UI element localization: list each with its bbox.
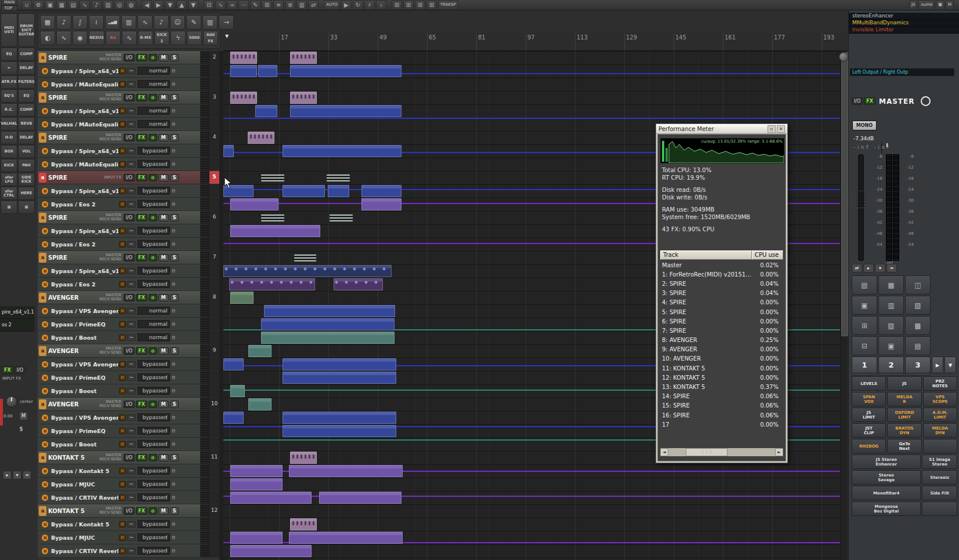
left-button-5b[interactable]: COMP xyxy=(18,103,35,117)
perf-table-row[interactable]: Master0.02% xyxy=(660,260,783,270)
fx-automation-button[interactable]: ~ xyxy=(127,308,136,314)
fx-row-36[interactable]: uBypass / Kontakt 5⊙~bypassed⚙ xyxy=(38,518,219,531)
fx-enable-button[interactable]: ⊙ xyxy=(149,401,157,408)
fx-power-icon[interactable]: u xyxy=(42,468,48,474)
fx-power-icon[interactable]: u xyxy=(42,441,48,448)
plugin-button-5-2[interactable]: GoTo Next xyxy=(887,439,921,453)
fx-automation-button[interactable]: ~ xyxy=(127,81,136,88)
zoom-icon[interactable]: ◍ xyxy=(126,0,136,10)
fx-row-17[interactable]: uBypass / Spire_x64_v1.1.5⊙~bypassed⚙ xyxy=(38,264,219,278)
media-item-18[interactable] xyxy=(361,185,401,197)
fx-automation-button[interactable]: ~ xyxy=(127,321,136,328)
mute-button[interactable]: M xyxy=(158,401,169,408)
fx-enable-button[interactable]: ⊙ xyxy=(149,294,157,301)
master-fx-item-2[interactable]: MMultiBandDynamics xyxy=(849,20,959,27)
media-item-1[interactable] xyxy=(230,52,257,64)
media-item-34[interactable] xyxy=(283,358,396,370)
perf-table-row[interactable]: 16: SPIRE0.06% xyxy=(660,410,783,420)
media-item-5[interactable] xyxy=(290,65,401,77)
media-item-48[interactable] xyxy=(230,532,283,544)
fx-settings-icon[interactable]: ⚙ xyxy=(172,68,176,74)
left-button-3b[interactable]: FILTERS xyxy=(18,75,35,89)
media-item-46[interactable] xyxy=(319,492,401,504)
media-item-40[interactable] xyxy=(283,425,396,437)
media-item-38[interactable] xyxy=(223,412,244,424)
fx-settings-icon[interactable]: ⚙ xyxy=(172,522,176,527)
left-button-7b[interactable]: DELAY xyxy=(18,131,35,144)
note-button[interactable]: ♪ xyxy=(56,15,71,30)
fx-row-22[interactable]: uBypass / Boost⊙~normal⚙ xyxy=(38,331,219,344)
dock-chip-3[interactable]: ≡ xyxy=(23,471,31,479)
fx-automation-button[interactable]: ~ xyxy=(127,521,136,528)
master-routing[interactable]: Left Output / Right Outp xyxy=(850,68,954,76)
fx-settings-icon[interactable]: ⚙ xyxy=(172,308,176,314)
record-arm-icon[interactable]: a xyxy=(39,133,46,143)
fx-enable-button[interactable]: ⊙ xyxy=(149,214,157,221)
items-icon[interactable]: ▤ xyxy=(68,0,78,10)
fx-row-26[interactable]: uBypass / Boost⊙~bypassed⚙ xyxy=(38,384,219,398)
fx-power-icon[interactable]: u xyxy=(42,228,48,234)
vocalist-button[interactable]: ☺ xyxy=(170,15,185,30)
track-header-23[interactable]: aAVENGERMASTER RECV·SENDI/OFX⊙MS9 xyxy=(38,344,219,358)
left-button-1b[interactable]: COMP xyxy=(18,48,35,61)
mute-button[interactable]: M xyxy=(158,254,169,261)
record-arm-icon[interactable]: a xyxy=(39,453,46,463)
left-button-8a[interactable]: BOX xyxy=(1,145,17,158)
fx-power-icon[interactable]: u xyxy=(42,428,48,434)
solo-button[interactable]: S xyxy=(19,426,23,432)
speaker-button[interactable]: ◉ xyxy=(73,31,88,45)
record-arm-icon[interactable]: a xyxy=(39,253,46,263)
info-icon[interactable]: ◎ xyxy=(114,0,125,10)
fx-power-icon[interactable]: u xyxy=(42,414,48,421)
fx-row-3[interactable]: uBypass / MAutoEqualizer⊙~normal⚙ xyxy=(38,78,219,91)
master-grid-button-9[interactable]: ▩ xyxy=(905,316,931,335)
perf-table-row[interactable]: 1: ForRetroRec(MIDI) v20151...0.00% xyxy=(660,270,783,279)
fx-settings-icon[interactable]: ⚙ xyxy=(172,362,176,367)
crossfade-icon[interactable]: ∿ xyxy=(215,0,226,10)
fx-bypass-button[interactable]: ⊙ xyxy=(119,68,126,74)
plugin-button-1-1[interactable]: LEVELS xyxy=(852,376,886,391)
sitar-button[interactable]: ≀ xyxy=(89,15,104,30)
column-cpu-use[interactable]: CPU use xyxy=(752,250,783,260)
fx-bypass-button[interactable]: ⊙ xyxy=(119,241,126,248)
track-header-4[interactable]: aSPIREMASTER RECV·SENDI/OFX⊙MS3 xyxy=(38,91,219,104)
grid-2-icon[interactable]: ⊞ xyxy=(262,0,272,10)
fx-power-icon[interactable]: u xyxy=(42,81,48,88)
fx-row-33[interactable]: uBypass / MJUC⊙~bypassed⚙ xyxy=(38,478,219,491)
fx-power-icon[interactable]: u xyxy=(42,121,48,128)
fx-button[interactable]: FX xyxy=(136,94,147,101)
play-icon[interactable]: ▶ xyxy=(341,0,352,10)
solo-button[interactable]: S xyxy=(170,294,179,301)
fx-settings-icon[interactable]: ⚙ xyxy=(172,322,176,327)
sub5000-button[interactable]: 5000 xyxy=(187,31,202,45)
left-button-5a[interactable]: R.C. xyxy=(1,103,17,117)
fx-bypass-button[interactable]: ⊙ xyxy=(119,441,126,448)
fx-automation-button[interactable]: ~ xyxy=(127,441,136,448)
layout-button-2[interactable]: 2 xyxy=(878,357,904,373)
plugin-button-4-1[interactable]: JST CLIP xyxy=(852,423,886,438)
fx-automation-button[interactable]: ~ xyxy=(127,388,136,394)
fx-power-icon[interactable]: u xyxy=(42,334,48,341)
io-button[interactable]: I/O xyxy=(124,294,135,301)
mute-button[interactable]: M xyxy=(19,412,28,420)
left-button-9b[interactable]: PAH xyxy=(18,159,35,172)
master-grid-button-10[interactable]: ⊟ xyxy=(852,336,877,355)
plugin-button-3-2[interactable]: OXFORD LIMIT xyxy=(887,408,921,422)
fx-automation-button[interactable]: ~ xyxy=(127,268,136,274)
fx-automation-button[interactable]: ~ xyxy=(127,108,136,114)
media-item-17[interactable] xyxy=(328,185,349,197)
media-item-43[interactable] xyxy=(289,465,403,477)
fx-automation-button[interactable]: ~ xyxy=(127,334,136,341)
fx-settings-icon[interactable]: ⚙ xyxy=(172,268,176,274)
left-button-4b[interactable]: EQ xyxy=(18,89,35,103)
fx-button[interactable]: FX xyxy=(136,401,147,408)
fx-power-icon[interactable]: u xyxy=(42,534,48,541)
fx-bypass-button[interactable]: ⊙ xyxy=(119,494,126,501)
plugin-button-8-1[interactable]: Monofilter4 xyxy=(852,486,921,500)
fx-button[interactable]: FX xyxy=(136,254,147,261)
left-button-11a[interactable]: xfer CTRL xyxy=(1,187,17,200)
plugin-button-4-3[interactable]: MELDA DYN xyxy=(923,423,957,438)
fx-automation-button[interactable]: ~ xyxy=(127,414,136,421)
envelope-line-2[interactable] xyxy=(223,118,840,119)
mute-button[interactable]: M xyxy=(158,454,169,461)
